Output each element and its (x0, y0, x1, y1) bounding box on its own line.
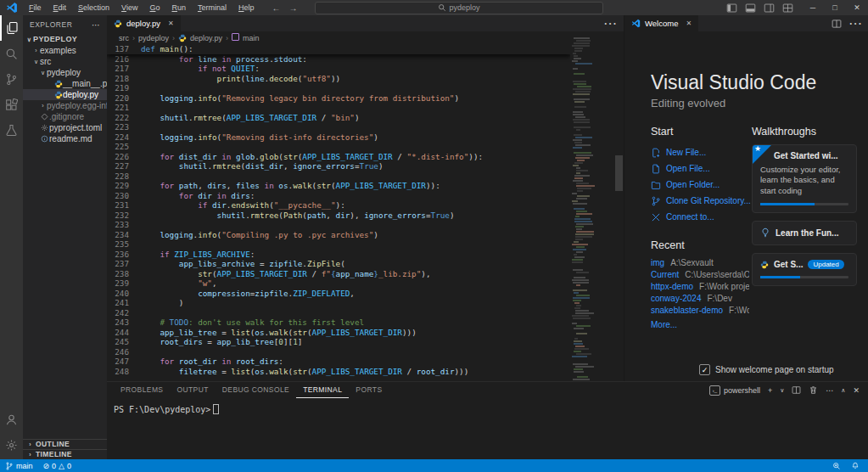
code-line[interactable]: 232 shutil.rmtree(Path(path, dir), ignor… (107, 211, 570, 221)
close-icon[interactable]: ✕ (686, 20, 692, 27)
split-editor-icon[interactable] (832, 19, 842, 29)
walkthrough-card[interactable]: ★Get Started wi...Customize your editor,… (752, 144, 857, 213)
activity-search[interactable] (0, 41, 23, 66)
line-number[interactable]: 234 (107, 230, 129, 240)
breadcrumb-pydeploy[interactable]: pydeploy (138, 34, 169, 42)
split-terminal-icon[interactable] (792, 385, 801, 395)
line-number[interactable]: 244 (107, 328, 129, 338)
tree-item-pyproject-toml[interactable]: pyproject.toml (23, 122, 107, 133)
line-number[interactable]: 242 (107, 308, 129, 318)
welcome-more-actions-icon[interactable]: ⋯ (848, 15, 862, 31)
code-line[interactable]: 243 # TODO: don't use walk for this firs… (107, 317, 570, 328)
code-line[interactable]: 238 str(APP_LIBS_TARGET_DIR / f"{app_nam… (107, 269, 570, 279)
close-panel-icon[interactable]: ✕ (853, 386, 860, 395)
code-line[interactable]: 233 (107, 220, 570, 230)
line-number[interactable]: 230 (107, 191, 129, 201)
command-center[interactable]: pydeploy (315, 2, 603, 14)
tree-item-pydeploy-egg-info[interactable]: ›pydeploy.egg-info (23, 100, 107, 111)
line-number[interactable]: 219 (107, 83, 129, 93)
line-number[interactable]: 226 (107, 152, 129, 162)
code-line[interactable]: 241 ) (107, 298, 570, 308)
code-line[interactable]: 225 (107, 142, 570, 152)
nav-forward-button[interactable]: → (289, 3, 298, 13)
code-line[interactable]: 242 (107, 308, 570, 318)
problems-indicator[interactable]: ⊘ 0 △ 0 (38, 459, 77, 472)
line-number[interactable]: 220 (107, 93, 129, 104)
zoom-indicator-icon[interactable] (827, 459, 846, 472)
line-number[interactable]: 223 (107, 122, 129, 132)
line-number[interactable]: 221 (107, 103, 129, 113)
line-number[interactable]: 216 (107, 54, 129, 65)
new-terminal-icon[interactable]: + (768, 386, 772, 395)
line-number[interactable]: 233 (107, 220, 129, 230)
line-number[interactable]: 225 (107, 142, 129, 152)
window-minimize-button[interactable]: ─ (802, 0, 824, 15)
code-line[interactable]: 239 "w", (107, 278, 570, 289)
editor-scrollbar[interactable] (615, 155, 623, 191)
activity-account[interactable] (0, 407, 23, 432)
code-line[interactable]: 219 (107, 83, 570, 93)
panel-tab-output[interactable]: OUTPUT (170, 382, 215, 398)
code-line[interactable]: 247 for root_dir in root_dirs: (107, 357, 570, 367)
code-line[interactable]: 228 (107, 171, 570, 182)
code-line[interactable]: 217 if not QUIET: (107, 64, 570, 74)
activity-extensions[interactable] (0, 92, 23, 117)
tab-deploy-py[interactable]: deploy.py ✕ (107, 15, 181, 31)
menu-terminal[interactable]: Terminal (192, 0, 232, 15)
branch-indicator[interactable]: main (0, 459, 38, 472)
menu-help[interactable]: Help (232, 0, 260, 15)
start-link-open-folder-[interactable]: Open Folder... (651, 177, 749, 193)
walkthrough-card[interactable]: Get S...Updated (752, 253, 857, 286)
menu-go[interactable]: Go (143, 0, 165, 15)
recent-more-link[interactable]: More... (651, 320, 749, 329)
window-maximize-button[interactable]: □ (824, 0, 846, 15)
code-line[interactable]: 240 compression=zipfile.ZIP_DEFLATED, (107, 289, 570, 299)
code-line[interactable]: 223 (107, 122, 570, 132)
tree-item-pydeploy[interactable]: ∨pydeploy (23, 67, 107, 78)
startup-checkbox[interactable]: ✓ (699, 364, 710, 375)
start-link-clone-git-repository-[interactable]: Clone Git Repository... (651, 193, 749, 209)
start-link-connect-to-[interactable]: Connect to... (651, 209, 749, 225)
tree-item-readme-md[interactable]: readme.md (23, 133, 107, 144)
code-line[interactable]: 246 (107, 347, 570, 357)
line-number[interactable]: 247 (107, 357, 129, 367)
code-line[interactable]: 234 logging.info("Compiling .py to .pyc … (107, 230, 570, 240)
line-number[interactable]: 232 (107, 211, 129, 221)
breadcrumb-src[interactable]: src (119, 34, 129, 42)
line-number[interactable]: 231 (107, 200, 129, 211)
breadcrumb-deploy-py[interactable]: deploy.py (190, 34, 222, 42)
panel-tab-ports[interactable]: PORTS (349, 382, 389, 398)
line-number[interactable]: 248 (107, 367, 129, 377)
tree-item--main-py[interactable]: __main__.py (23, 78, 107, 89)
menu-view[interactable]: View (115, 0, 143, 15)
nav-back-button[interactable]: ← (272, 3, 281, 13)
shell-chip[interactable]: ›_ powershell (709, 385, 760, 396)
sticky-scroll-line[interactable]: 137def main(): (107, 44, 570, 54)
code-line[interactable]: 236 if ZIP_LIBS_ARCHIVE: (107, 250, 570, 260)
code-line[interactable]: 235 (107, 239, 570, 250)
toggle-panel-icon[interactable] (745, 3, 756, 14)
start-link-open-file-[interactable]: Open File... (651, 160, 749, 177)
code-line[interactable]: 216 for line in process.stdout: (107, 54, 570, 65)
menu-selection[interactable]: Selection (72, 0, 115, 15)
explorer-more-actions-icon[interactable]: ⋯ (92, 20, 100, 30)
line-number[interactable]: 222 (107, 113, 129, 123)
line-number[interactable]: 137 (107, 44, 129, 54)
panel-tab-problems[interactable]: PROBLEMS (114, 382, 170, 398)
recent-link[interactable]: img (651, 258, 664, 270)
minimap[interactable] (570, 36, 594, 391)
menu-edit[interactable]: Edit (48, 0, 73, 15)
panel-tab-terminal[interactable]: TERMINAL (296, 382, 349, 398)
activity-explorer[interactable] (0, 15, 23, 41)
line-number[interactable]: 243 (107, 317, 129, 328)
code-line[interactable]: 230 for dir in dirs: (107, 191, 570, 201)
code-line[interactable]: 229 for path, dirs, files in os.walk(str… (107, 181, 570, 191)
line-number[interactable]: 224 (107, 132, 129, 143)
tree-item--gitignore[interactable]: .gitignore (23, 111, 107, 122)
sidebar-section-outline[interactable]: ›OUTLINE (23, 439, 107, 449)
line-number[interactable]: 228 (107, 171, 129, 182)
code-line[interactable]: 218 print(line.decode("utf8")) (107, 74, 570, 84)
breadcrumb-main[interactable]: main (243, 34, 260, 42)
line-number[interactable]: 227 (107, 161, 129, 171)
code-line[interactable]: 245 root_dirs = app_lib_tree[0][1] (107, 337, 570, 347)
